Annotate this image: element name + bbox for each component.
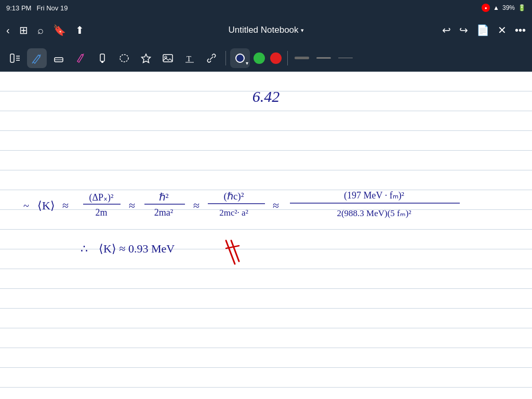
lasso-tool[interactable] <box>114 48 134 68</box>
color-dropdown[interactable]: ▾ <box>230 48 250 68</box>
search-icon[interactable]: ⌕ <box>37 24 44 36</box>
date: Fri Nov 19 <box>36 4 482 12</box>
grid-icon[interactable]: ⊞ <box>19 24 28 36</box>
separator-1 <box>225 51 226 65</box>
eraser-tool[interactable] <box>49 48 69 68</box>
title-dropdown-arrow[interactable]: ▾ <box>301 27 304 34</box>
line-weight-thick[interactable] <box>292 48 312 68</box>
notebook-title: Untitled Notebook <box>228 25 298 35</box>
color-green[interactable] <box>254 52 265 64</box>
svg-rect-8 <box>101 61 103 63</box>
color-red[interactable] <box>270 52 282 64</box>
svg-rect-0 <box>10 54 14 62</box>
share-icon[interactable]: ⬆ <box>75 24 84 36</box>
image-tool[interactable] <box>158 48 178 68</box>
status-bar: 9:13 PM Fri Nov 19 ● ▲ 39% 🔋 <box>0 0 532 16</box>
right-controls: ↩ ↪ 📄 ✕ ••• <box>442 24 526 36</box>
pen-tool[interactable] <box>27 48 47 68</box>
link-tool[interactable] <box>202 48 221 68</box>
lined-paper <box>0 72 532 399</box>
battery-area: ● ▲ 39% 🔋 <box>482 4 526 12</box>
star-tool[interactable] <box>136 48 156 68</box>
new-page-button[interactable]: 📄 <box>476 24 489 36</box>
notebook-title-area[interactable]: Untitled Notebook ▾ <box>228 25 303 35</box>
notebook-canvas[interactable]: 6.42 ~ ⟨K⟩ ≈ (ΔPₓ)² 2m ≈ ℏ² 2ma² ≈ (ℏc)²… <box>0 72 532 399</box>
svg-line-4 <box>32 62 33 63</box>
more-options-button[interactable]: ••• <box>515 24 526 36</box>
wifi-icon: ▲ <box>493 4 499 11</box>
marker-tool[interactable] <box>92 48 112 68</box>
back-button[interactable]: ‹ <box>6 24 10 36</box>
separator-2 <box>287 51 288 65</box>
svg-point-9 <box>120 55 128 62</box>
time: 9:13 PM <box>6 4 31 12</box>
left-controls: ‹ ⊞ ⌕ 🔖 ⬆ <box>6 24 84 36</box>
redo-button[interactable]: ↪ <box>459 24 468 36</box>
undo-button[interactable]: ↩ <box>442 24 451 36</box>
text-tool[interactable]: T <box>180 48 200 68</box>
battery-icon: 🔋 <box>518 4 526 11</box>
drawing-toolbar: T ▾ <box>0 45 532 72</box>
record-icon: ● <box>482 4 490 12</box>
svg-text:T: T <box>187 55 191 63</box>
top-toolbar: ‹ ⊞ ⌕ 🔖 ⬆ Untitled Notebook ▾ ↩ ↪ 📄 ✕ ••… <box>0 16 532 45</box>
bookmark-icon[interactable]: 🔖 <box>53 24 66 36</box>
line-weight-thin[interactable] <box>336 48 355 68</box>
line-weight-medium[interactable] <box>314 48 334 68</box>
close-button[interactable]: ✕ <box>498 24 507 36</box>
sidebar-toggle[interactable] <box>5 48 25 68</box>
pencil-tool[interactable] <box>71 48 90 68</box>
battery-percent: 39% <box>502 4 515 11</box>
svg-marker-10 <box>142 54 151 63</box>
svg-rect-7 <box>100 54 104 61</box>
svg-rect-11 <box>163 55 172 62</box>
